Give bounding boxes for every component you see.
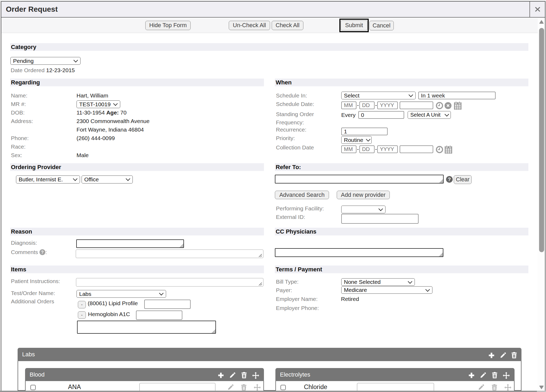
svg-text:?: ?	[41, 250, 44, 255]
svg-text:?: ?	[448, 177, 451, 182]
